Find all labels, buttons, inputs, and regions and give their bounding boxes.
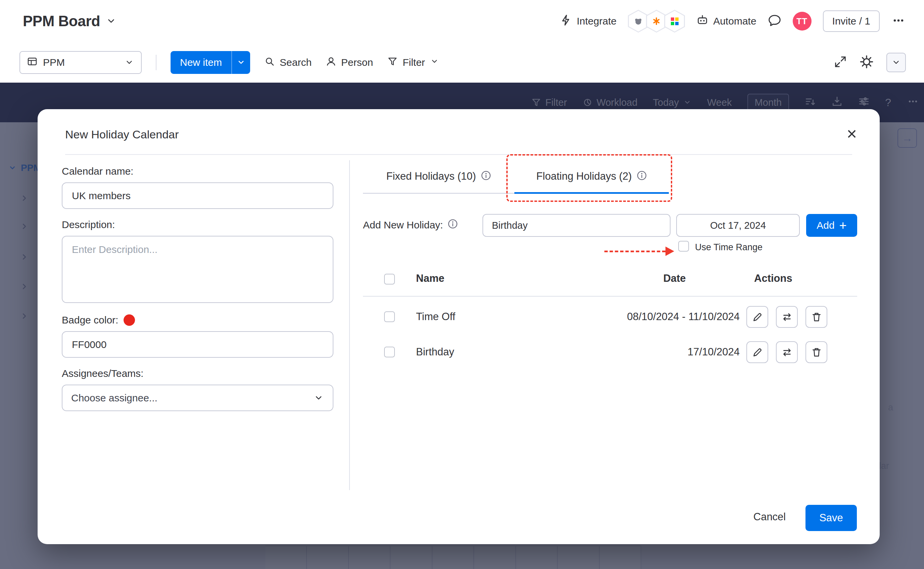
assignees-label: Assignees/Teams: [62,368,334,379]
plus-icon: + [839,219,847,232]
edit-holiday-button[interactable] [746,341,768,363]
table-view-icon [27,56,38,69]
automate-button[interactable]: Automate [696,14,756,29]
integrate-label: Integrate [577,15,616,27]
add-holiday-button[interactable]: Add + [806,214,857,237]
badge-color-swatch [124,314,135,326]
integration-apps [628,10,685,33]
description-textarea[interactable] [62,236,334,303]
filter-chevron-icon [430,57,439,68]
search-label: Search [280,57,312,68]
holiday-date-cell: 08/10/2024 - 11/10/2024 [508,311,740,323]
modal-pane-divider [349,160,350,490]
user-avatar[interactable]: TT [793,12,812,30]
board-title-chevron-icon[interactable] [105,15,117,27]
holiday-name-cell: Time Off [416,311,455,323]
integration-app-icon-3[interactable] [664,10,685,33]
new-item-split-button: New item [171,51,250,74]
integration-app-icon-2[interactable] [646,10,667,33]
filter-funnel-icon [387,56,398,69]
delete-holiday-button[interactable] [806,341,827,363]
modal-title: New Holiday Calendar [65,128,179,141]
modal-title-divider [65,154,852,155]
add-holiday-button-label: Add [816,220,834,231]
integrate-button[interactable]: Integrate [560,14,616,29]
view-selector[interactable]: PPM [20,51,142,74]
search-icon [264,56,275,69]
person-filter-button[interactable]: Person [326,56,373,69]
search-button[interactable]: Search [264,56,312,69]
badge-color-label: Badge color: [62,314,334,326]
integrate-bolt-icon [560,14,572,29]
integration-app-icon-1[interactable] [628,10,649,33]
holiday-date-input[interactable] [676,214,800,237]
use-time-range-checkbox[interactable] [678,241,689,252]
view-selector-chevron-icon [124,58,134,67]
board-title: PPM Board [23,13,100,30]
close-icon[interactable]: × [841,123,863,145]
tab-floating-holidays[interactable]: Floating Holidays (2) [514,162,669,194]
save-button[interactable]: Save [806,505,857,531]
toolbar-divider [156,55,156,70]
holiday-date-cell: 17/10/2024 [508,346,740,358]
view-selector-label: PPM [43,57,65,68]
tab-fixed-holidays[interactable]: Fixed Holidays (10) [363,162,514,194]
select-all-checkbox[interactable] [384,274,395,284]
badge-color-input[interactable] [62,331,334,358]
tab-floating-holidays-label: Floating Holidays (2) [536,170,631,183]
person-label: Person [341,57,373,68]
info-icon[interactable] [481,170,491,183]
move-holiday-button[interactable] [776,306,798,328]
app-header: PPM Board Integrate [0,0,924,83]
actions-column-header: Actions [754,272,792,284]
calendar-name-label: Calendar name: [62,166,334,177]
fullscreen-icon[interactable] [834,55,847,70]
new-holiday-calendar-modal: New Holiday Calendar × Calendar name: De… [38,109,880,544]
collapse-header-button[interactable] [886,53,906,72]
cancel-button[interactable]: Cancel [729,511,810,523]
row-checkbox[interactable] [384,311,395,322]
filter-label: Filter [402,57,425,68]
name-column-header: Name [416,272,444,284]
header-actions: Integrate Automate [560,10,906,33]
info-icon[interactable] [637,170,647,183]
date-column-header: Date [646,272,703,284]
add-new-holiday-label: Add New Holiday: [363,219,458,231]
annotation-arrow-line [604,251,666,252]
annotation-arrow-head [666,246,674,256]
assignee-select-chevron-icon [313,393,324,403]
new-item-dropdown-button[interactable] [231,51,250,74]
assignee-select-value: Choose assignee... [71,393,158,404]
header-top-row: PPM Board Integrate [0,0,924,42]
move-holiday-button[interactable] [776,341,798,363]
edit-holiday-button[interactable] [746,306,768,328]
holiday-name-cell: Birthday [416,346,454,358]
filter-button[interactable]: Filter [387,56,439,69]
automate-robot-icon [696,14,709,29]
info-icon[interactable] [448,219,458,231]
add-new-holiday-label-text: Add New Holiday: [363,219,443,231]
description-label: Description: [62,219,334,230]
calendar-name-input[interactable] [62,183,334,209]
use-time-range-label: Use Time Range [695,242,763,253]
person-icon [326,56,337,69]
holiday-name-input[interactable] [482,214,671,237]
table-header-divider [363,296,857,297]
header-toolbar-row: PPM New item Search Person [0,42,924,83]
settings-gear-icon[interactable] [860,55,874,70]
header-menu-icon[interactable] [891,13,906,29]
toolbar-right-actions [834,53,906,72]
chat-bubble-icon[interactable] [768,14,781,29]
calendar-settings-pane: Calendar name: Description: Badge color:… [62,166,334,411]
tab-fixed-holidays-label: Fixed Holidays (10) [386,170,476,183]
new-item-button[interactable]: New item [171,51,231,74]
row-checkbox[interactable] [384,347,395,358]
badge-color-label-text: Badge color: [62,314,118,326]
assignee-select[interactable]: Choose assignee... [62,385,334,411]
invite-button[interactable]: Invite / 1 [823,11,880,32]
delete-holiday-button[interactable] [806,306,827,328]
automate-label: Automate [713,15,756,27]
